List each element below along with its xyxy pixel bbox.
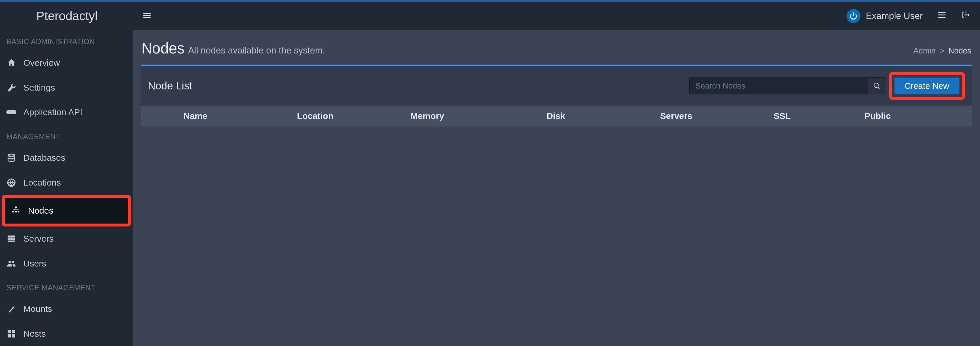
panel-header: Node List Create New	[141, 66, 972, 105]
page-heading-group: Nodes All nodes available on the system.	[142, 40, 325, 57]
col-ssl: SSL	[773, 111, 864, 121]
sidebar-section-basic-admin: BASIC ADMINISTRATION	[0, 30, 133, 51]
col-servers: Servers	[659, 111, 772, 121]
grid-icon	[6, 329, 16, 339]
sidebar-item-mounts[interactable]: Mounts	[0, 297, 133, 322]
sidebar-item-servers[interactable]: Servers	[0, 226, 133, 251]
sidebar: Pterodactyl BASIC ADMINISTRATION Overvie…	[0, 2, 133, 346]
globe-icon	[6, 178, 16, 188]
sidebar-item-nests[interactable]: Nests	[0, 322, 133, 346]
node-list-panel: Node List Create New	[141, 65, 972, 126]
col-name: Name	[182, 111, 296, 121]
sidebar-item-label: Users	[23, 258, 46, 269]
breadcrumb: Admin > Nodes	[913, 46, 971, 56]
breadcrumb-current: Nodes	[948, 46, 971, 56]
search-icon	[873, 82, 881, 90]
create-new-button[interactable]: Create New	[894, 77, 959, 94]
sidebar-item-label: Nodes	[28, 206, 54, 216]
users-icon	[6, 258, 16, 269]
breadcrumb-separator: >	[940, 46, 944, 56]
user-menu[interactable]: Example User	[846, 9, 923, 23]
sidebar-section-management: MANAGEMENT	[0, 125, 133, 145]
sidebar-item-label: Nests	[23, 329, 46, 339]
database-icon	[6, 153, 16, 163]
wrench-icon	[6, 83, 16, 92]
brand-title[interactable]: Pterodactyl	[0, 2, 133, 30]
panel-title: Node List	[148, 80, 192, 92]
breadcrumb-root[interactable]: Admin	[913, 46, 936, 56]
sidebar-item-locations[interactable]: Locations	[0, 170, 133, 195]
page-title: Nodes	[142, 40, 185, 57]
list-icon[interactable]	[937, 10, 947, 22]
top-accent-line	[0, 0, 980, 2]
search-input[interactable]	[689, 77, 868, 94]
sidebar-item-label: Locations	[23, 178, 61, 188]
gamepad-icon	[6, 107, 16, 117]
magic-icon	[6, 304, 16, 314]
sidebar-item-application-api[interactable]: Application API	[0, 100, 133, 125]
page-header: Nodes All nodes available on the system.…	[141, 35, 972, 65]
sidebar-item-label: Servers	[23, 234, 54, 244]
sidebar-item-label: Settings	[23, 83, 55, 92]
page-subtitle: All nodes available on the system.	[188, 45, 325, 56]
topbar-right: Example User	[846, 9, 970, 23]
nodes-table: Name Location Memory Disk Servers SSL Pu…	[141, 105, 972, 126]
sidebar-item-databases[interactable]: Databases	[0, 145, 133, 171]
col-location: Location	[296, 111, 409, 121]
highlight-nodes: Nodes	[2, 195, 131, 226]
user-name: Example User	[866, 11, 923, 21]
power-icon	[846, 9, 861, 23]
topbar: Example User	[133, 2, 980, 30]
sidebar-item-users[interactable]: Users	[0, 251, 133, 276]
sitemap-icon	[11, 206, 21, 216]
server-icon	[6, 234, 16, 244]
app-root: Pterodactyl BASIC ADMINISTRATION Overvie…	[0, 2, 980, 346]
sidebar-item-settings[interactable]: Settings	[0, 75, 133, 100]
sidebar-item-label: Databases	[23, 153, 65, 163]
search-group	[689, 77, 886, 94]
panel-actions: Create New	[689, 72, 965, 100]
col-memory: Memory	[409, 111, 546, 121]
menu-toggle-button[interactable]	[142, 11, 152, 22]
home-icon	[6, 58, 16, 68]
content-wrap: Nodes All nodes available on the system.…	[133, 30, 980, 135]
sidebar-item-nodes[interactable]: Nodes	[5, 198, 128, 223]
sidebar-section-service-management: SERVICE MANAGEMENT	[0, 276, 133, 297]
sidebar-item-label: Application API	[23, 107, 83, 117]
col-disk: Disk	[546, 111, 659, 121]
sidebar-item-overview[interactable]: Overview	[0, 51, 133, 75]
col-public: Public	[863, 111, 966, 121]
sidebar-item-label: Overview	[23, 58, 60, 68]
highlight-create-new: Create New	[889, 72, 965, 100]
logout-icon[interactable]	[961, 10, 970, 22]
main-area: Example User Nodes All nodes available o…	[133, 2, 980, 346]
search-button[interactable]	[868, 77, 886, 94]
table-header-row: Name Location Memory Disk Servers SSL Pu…	[141, 105, 972, 126]
sidebar-item-label: Mounts	[23, 304, 52, 314]
